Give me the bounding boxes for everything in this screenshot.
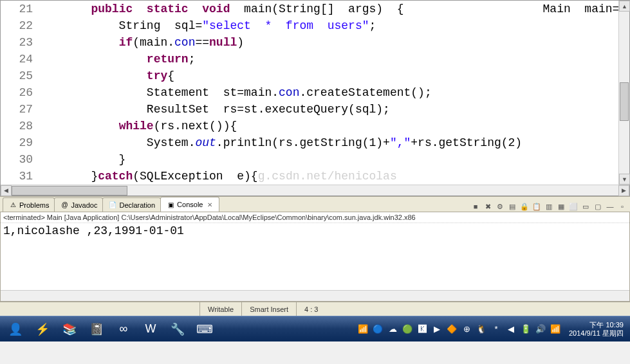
line-number: 31	[10, 168, 33, 185]
console-toolbar-button-11[interactable]: —	[605, 201, 615, 212]
tray-icon-12[interactable]: 🔊	[535, 323, 546, 335]
code-line[interactable]: while(rs.next()){	[35, 118, 629, 134]
tab-problems[interactable]: ⚠ Problems	[3, 197, 55, 212]
code-editor[interactable]: 2122232425262728293031 public static voi…	[0, 0, 630, 196]
scroll-right-arrow[interactable]: ▶	[618, 185, 629, 196]
line-number: 27	[10, 101, 33, 118]
windows-taskbar: 👤⚡📚📓∞W🔧⌨ 📶🔵☁🟢🅺▶🔶⊕🐧*◀🔋🔊📶 下午 10:39 2014/9/…	[0, 316, 630, 341]
tray-icon-13[interactable]: 📶	[550, 323, 561, 335]
tray-icon-6[interactable]: 🔶	[446, 323, 458, 335]
console-toolbar-button-10[interactable]: ▢	[593, 201, 603, 212]
console-toolbar-button-7[interactable]: ▦	[556, 201, 566, 212]
taskbar-app-1[interactable]: ⚡	[30, 318, 55, 340]
horizontal-scroll-thumb[interactable]	[12, 186, 127, 196]
code-line[interactable]: ResultSet rs=st.executeQuery(sql);	[35, 101, 629, 118]
console-toolbar-button-6[interactable]: ▥	[544, 201, 554, 212]
breakpoint-gutter[interactable]	[1, 1, 10, 185]
tray-icon-9[interactable]: *	[490, 323, 502, 335]
tray-icon-3[interactable]: 🟢	[402, 323, 413, 335]
editor-vertical-scrollbar[interactable]: ▲ ▼	[618, 1, 629, 185]
tray-icon-0[interactable]: 📶	[357, 323, 369, 335]
scroll-up-arrow[interactable]: ▲	[619, 1, 630, 12]
code-line[interactable]: System.out.println(rs.getString(1)+","+r…	[35, 134, 629, 151]
tab-label: Console	[177, 201, 203, 208]
line-number: 22	[10, 17, 33, 34]
status-cursor-position: 4 : 3	[296, 302, 326, 316]
console-output[interactable]: 1,nicolashe ,23,1991-01-01	[1, 223, 629, 290]
line-number: 28	[10, 118, 33, 134]
declaration-icon: 📄	[108, 201, 117, 210]
code-line[interactable]: try{	[35, 68, 629, 84]
problems-icon: ⚠	[8, 201, 17, 210]
tray-icon-8[interactable]: 🐧	[476, 323, 487, 335]
code-line[interactable]: }	[35, 151, 629, 168]
tray-icon-5[interactable]: ▶	[431, 323, 443, 335]
console-icon: ▣	[166, 200, 175, 209]
console-toolbar-button-8[interactable]: ⬜	[568, 201, 579, 212]
code-line[interactable]: String sql="select * from users";	[35, 17, 629, 34]
javadoc-icon: @	[60, 201, 69, 210]
tab-label: Javadoc	[71, 201, 97, 209]
console-toolbar-button-2[interactable]: ⚙	[495, 201, 505, 212]
line-number: 21	[10, 1, 33, 17]
tray-icon-2[interactable]: ☁	[387, 323, 398, 335]
console-horizontal-scrollbar[interactable]	[1, 290, 629, 301]
taskbar-app-3[interactable]: 📓	[84, 318, 109, 340]
taskbar-clock[interactable]: 下午 10:39 2014/9/11 星期四	[565, 321, 627, 338]
status-bar: Writable Smart Insert 4 : 3	[0, 302, 630, 316]
scroll-down-arrow[interactable]: ▼	[619, 174, 630, 185]
status-writable: Writable	[199, 302, 241, 316]
taskbar-app-7[interactable]: ⌨	[192, 318, 218, 340]
code-line[interactable]: public static void main(String[] args) {…	[35, 1, 629, 17]
tray-icon-4[interactable]: 🅺	[416, 323, 428, 335]
console-process-label: <terminated> Main [Java Application] C:\…	[1, 212, 629, 223]
console-view: <terminated> Main [Java Application] C:\…	[0, 212, 630, 302]
console-toolbar-button-12[interactable]: ▫	[617, 201, 627, 212]
line-number: 24	[10, 51, 33, 68]
taskbar-app-0[interactable]: 👤	[3, 318, 28, 340]
console-toolbar-button-9[interactable]: ▭	[580, 201, 591, 212]
tab-label: Declaration	[119, 201, 155, 209]
taskbar-app-6[interactable]: 🔧	[165, 318, 190, 340]
editor-horizontal-scrollbar[interactable]: ◀ ▶	[1, 185, 629, 196]
taskbar-app-5[interactable]: W	[138, 318, 163, 340]
tray-icon-10[interactable]: ◀	[505, 323, 517, 335]
vertical-scroll-thumb[interactable]	[620, 82, 629, 121]
tray-icon-7[interactable]: ⊕	[461, 323, 472, 335]
console-toolbar-button-4[interactable]: 🔒	[519, 201, 530, 212]
code-line[interactable]: }catch(SQLException e){g.csdn.net/henico…	[35, 168, 629, 185]
taskbar-app-4[interactable]: ∞	[111, 318, 136, 340]
view-tabs: ⚠ Problems @ Javadoc 📄 Declaration ▣ Con…	[0, 196, 630, 212]
line-number: 23	[10, 34, 33, 51]
tray-icon-11[interactable]: 🔋	[520, 323, 532, 335]
status-insert-mode: Smart Insert	[241, 302, 296, 316]
line-number: 30	[10, 151, 33, 168]
console-toolbar-button-5[interactable]: 📋	[532, 201, 542, 212]
clock-time: 下午 10:39	[569, 321, 624, 329]
console-toolbar-button-0[interactable]: ■	[470, 201, 481, 212]
close-icon[interactable]: ✕	[206, 201, 214, 208]
code-line[interactable]: if(main.con==null)	[35, 34, 629, 51]
tab-console[interactable]: ▣ Console ✕	[160, 197, 219, 212]
tray-icon-1[interactable]: 🔵	[372, 323, 384, 335]
console-toolbar: ■✖⚙▤🔒📋▥▦⬜▭▢—▫	[470, 201, 630, 212]
code-content[interactable]: public static void main(String[] args) {…	[35, 1, 629, 185]
tab-label: Problems	[19, 201, 49, 209]
tab-javadoc[interactable]: @ Javadoc	[54, 197, 103, 212]
console-toolbar-button-1[interactable]: ✖	[483, 201, 493, 212]
clock-date: 2014/9/11 星期四	[569, 329, 624, 338]
taskbar-app-2[interactable]: 📚	[57, 318, 82, 340]
scroll-left-arrow[interactable]: ◀	[1, 185, 12, 196]
line-number-gutter: 2122232425262728293031	[10, 1, 35, 185]
line-number: 29	[10, 134, 33, 151]
line-number: 26	[10, 84, 33, 101]
code-line[interactable]: Statement st=main.con.createStatement();	[35, 84, 629, 101]
code-line[interactable]: return;	[35, 51, 629, 68]
tab-declaration[interactable]: 📄 Declaration	[102, 197, 161, 212]
line-number: 25	[10, 68, 33, 84]
console-toolbar-button-3[interactable]: ▤	[507, 201, 517, 212]
